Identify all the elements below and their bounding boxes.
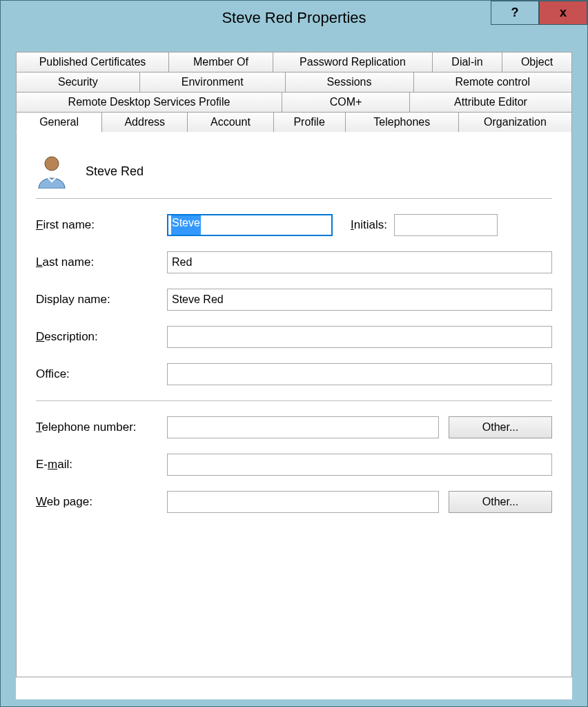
tab-object[interactable]: Object [502,52,572,72]
tab-row-4: General Address Account Profile Telephon… [16,113,572,133]
label-email: E-mail: [36,458,167,472]
divider-middle [36,400,552,401]
tab-member-of[interactable]: Member Of [168,52,273,72]
tab-account[interactable]: Account [187,112,273,133]
tab-password-replication[interactable]: Password Replication [273,52,433,72]
tab-row-2: Security Environment Sessions Remote con… [16,72,572,93]
tab-address[interactable]: Address [101,112,188,133]
row-email: E-mail: [36,454,552,476]
display-name-input[interactable] [167,289,552,311]
first-name-input[interactable]: Steve [167,214,333,236]
tab-dial-in[interactable]: Dial-in [432,52,502,72]
tab-rds-profile[interactable]: Remote Desktop Services Profile [16,92,282,113]
tab-published-certificates[interactable]: Published Certificates [16,52,169,72]
tab-remote-control[interactable]: Remote control [413,72,572,93]
first-name-value: Steve [171,215,201,235]
row-last-name: Last name: [36,251,552,273]
titlebar: Steve Red Properties ? x [1,1,587,35]
general-panel: Steve Red First name: Steve Initials: La… [16,132,572,677]
tab-attribute-editor[interactable]: Attribute Editor [409,92,572,113]
label-first-name: First name: [36,218,167,232]
label-initials: Initials: [351,218,387,232]
row-first-name: First name: Steve Initials: [36,214,552,236]
telephone-input[interactable] [167,416,439,438]
webpage-input[interactable] [167,491,439,513]
row-webpage: Web page: Other... [36,491,552,513]
label-description: Description: [36,330,167,344]
tab-sessions[interactable]: Sessions [285,72,414,93]
tab-com-plus[interactable]: COM+ [282,92,410,113]
title-buttons: ? x [491,1,587,25]
tab-security[interactable]: Security [16,72,140,93]
webpage-other-button[interactable]: Other... [449,491,552,513]
label-telephone: Telephone number: [36,420,167,434]
row-display-name: Display name: [36,289,552,311]
svg-point-0 [45,157,59,171]
label-last-name: Last name: [36,255,167,269]
header-row: Steve Red [36,154,552,188]
email-input[interactable] [167,454,552,476]
description-input[interactable] [167,326,552,348]
row-office: Office: [36,363,552,385]
window-frame: Steve Red Properties ? x Published Certi… [0,0,588,707]
row-telephone: Telephone number: Other... [36,416,552,438]
telephone-other-button[interactable]: Other... [449,416,552,438]
close-button[interactable]: x [539,1,587,25]
tabstrip: Published Certificates Member Of Passwor… [16,52,572,133]
divider-top [36,198,552,199]
help-button[interactable]: ? [491,1,539,25]
label-webpage: Web page: [36,495,167,509]
tab-general[interactable]: General [16,112,102,133]
tab-profile[interactable]: Profile [273,112,346,133]
tab-row-1: Published Certificates Member Of Passwor… [16,52,572,72]
row-description: Description: [36,326,552,348]
window-title: Steve Red Properties [222,9,366,27]
label-display-name: Display name: [36,293,167,307]
header-display-name: Steve Red [86,164,144,179]
initials-input[interactable] [394,214,498,236]
content-area: Published Certificates Member Of Passwor… [16,52,572,699]
tab-organization[interactable]: Organization [458,112,572,133]
user-icon [36,154,68,188]
office-input[interactable] [167,363,552,385]
label-office: Office: [36,367,167,381]
tab-row-3: Remote Desktop Services Profile COM+ Att… [16,93,572,113]
last-name-input[interactable] [167,251,552,273]
tab-environment[interactable]: Environment [139,72,286,93]
tab-telephones[interactable]: Telephones [345,112,459,133]
